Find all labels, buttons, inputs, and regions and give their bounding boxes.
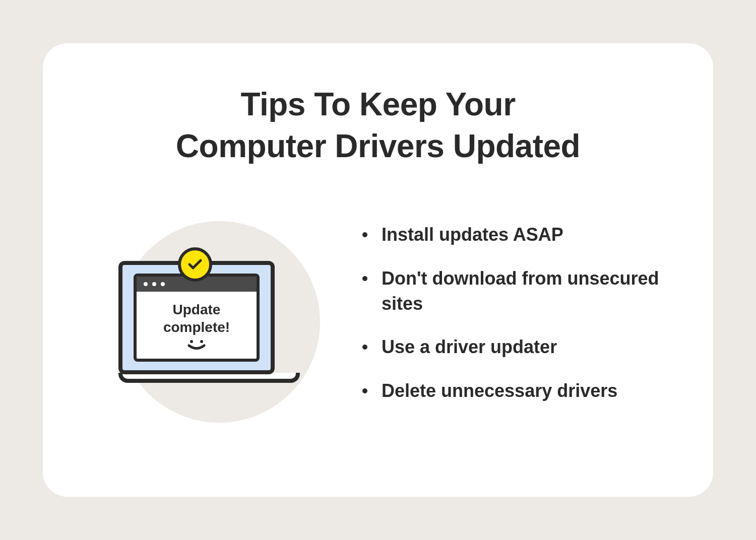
- tips-list: Install updates ASAP Don't download from…: [360, 222, 663, 422]
- window-dot-icon: [152, 282, 156, 286]
- title-line-1: Tips To Keep Your: [240, 86, 515, 122]
- laptop-illustration: Update complete!: [93, 216, 325, 428]
- title-line-2: Computer Drivers Updated: [176, 128, 580, 164]
- update-complete-text: Update complete!: [163, 301, 230, 336]
- svg-point-1: [200, 340, 203, 343]
- card-title: Tips To Keep Your Computer Drivers Updat…: [93, 84, 663, 167]
- window-dot-icon: [144, 282, 148, 286]
- svg-point-0: [190, 340, 193, 343]
- list-item: Don't download from unsecured sites: [360, 266, 663, 317]
- checkmark-icon: [186, 256, 204, 273]
- window-body: Update complete!: [137, 292, 257, 359]
- list-item: Install updates ASAP: [360, 222, 663, 247]
- list-item: Delete unnecessary drivers: [360, 378, 663, 403]
- checkmark-badge-icon: [178, 247, 212, 282]
- window-dot-icon: [161, 282, 165, 286]
- laptop-screen: Update complete!: [118, 261, 275, 374]
- smile-icon: [184, 339, 209, 350]
- laptop-icon: Update complete!: [118, 261, 300, 383]
- laptop-base: [118, 373, 300, 383]
- list-item: Use a driver updater: [360, 334, 663, 360]
- info-card: Tips To Keep Your Computer Drivers Updat…: [43, 43, 713, 497]
- card-content: Update complete! Insta: [93, 177, 663, 466]
- dialog-window: Update complete!: [134, 274, 260, 362]
